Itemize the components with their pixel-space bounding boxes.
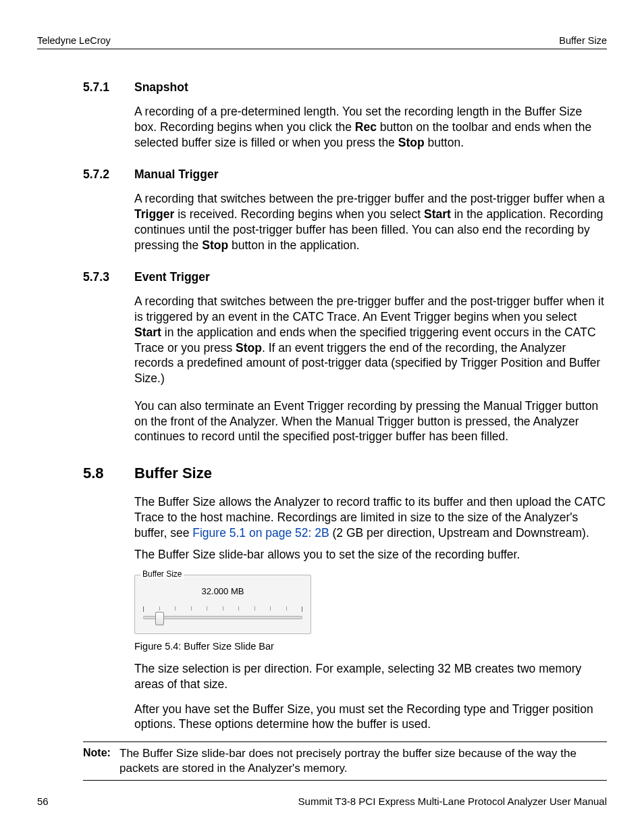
para-5-8-a: The Buffer Size allows the Analyzer to r… [134, 494, 607, 540]
document-title: Summit T3-8 PCI Express Multi-Lane Proto… [298, 796, 607, 807]
text: button. [425, 136, 464, 149]
heading-number: 5.7.2 [83, 167, 134, 182]
page-footer: 56 Summit T3-8 PCI Express Multi-Lane Pr… [37, 796, 607, 807]
page-number: 56 [37, 796, 49, 807]
para-5-7-3-a: A recording that switches between the pr… [134, 294, 607, 386]
heading-number: 5.7.3 [83, 270, 134, 284]
para-5-7-3-b: You can also terminate an Event Trigger … [134, 398, 607, 444]
para-5-8-b: The Buffer Size slide-bar allows you to … [134, 547, 607, 563]
para-5-8-d: After you have set the Buffer Size, you … [134, 702, 607, 733]
para-5-7-2: A recording that switches between the pr… [134, 191, 607, 253]
heading-title: Snapshot [134, 80, 188, 95]
bold-trigger: Trigger [134, 207, 174, 221]
heading-5-8: 5.8 Buffer Size [83, 465, 607, 482]
bold-stop: Stop [398, 136, 425, 149]
heading-5-7-1: 5.7.1 Snapshot [83, 80, 607, 95]
bold-stop: Stop [236, 341, 262, 355]
para-5-7-1: A recording of a pre-determined length. … [134, 104, 607, 150]
para-5-8-c: The size selection is per direction. For… [134, 661, 607, 692]
page-header: Teledyne LeCroy Buffer Size [37, 35, 607, 49]
bold-rec: Rec [355, 120, 377, 134]
text: A recording that switches between the pr… [134, 294, 604, 323]
bold-stop: Stop [202, 238, 228, 252]
header-right: Buffer Size [559, 35, 607, 46]
slider-thumb[interactable] [155, 612, 164, 625]
heading-5-7-3: 5.7.3 Event Trigger [83, 270, 607, 284]
heading-title: Event Trigger [134, 270, 210, 284]
figure-caption: Figure 5.4: Buffer Size Slide Bar [134, 641, 607, 652]
text: button in the application. [228, 238, 360, 252]
buffer-size-slider[interactable] [143, 606, 302, 624]
slider-rail [143, 616, 302, 619]
text: is received. Recording begins when you s… [174, 207, 424, 221]
page-content: 5.7.1 Snapshot A recording of a pre-dete… [37, 80, 607, 781]
text: (2 GB per direction, Upstream and Downst… [329, 526, 589, 540]
buffer-size-value: 32.000 MB [135, 586, 311, 596]
page: Teledyne LeCroy Buffer Size 5.7.1 Snapsh… [0, 0, 644, 834]
note-text: The Buffer Size slide-bar does not preci… [119, 746, 607, 776]
groupbox-legend: Buffer Size [140, 569, 184, 579]
heading-5-7-2: 5.7.2 Manual Trigger [83, 167, 607, 182]
note-label: Note: [83, 746, 119, 776]
cross-reference-link[interactable]: Figure 5.1 on page 52: 2B [192, 526, 329, 540]
heading-title: Manual Trigger [134, 167, 218, 182]
text: A recording that switches between the pr… [134, 192, 605, 205]
figure-5-4: Buffer Size 32.000 MB [134, 575, 607, 634]
slider-ticks [143, 606, 302, 612]
bold-start: Start [424, 207, 451, 221]
note-block: Note: The Buffer Size slide-bar does not… [83, 741, 607, 781]
heading-number: 5.7.1 [83, 80, 134, 95]
heading-title: Buffer Size [134, 465, 212, 482]
heading-number: 5.8 [83, 465, 134, 482]
header-left: Teledyne LeCroy [37, 35, 111, 46]
buffer-size-groupbox: Buffer Size 32.000 MB [134, 575, 311, 634]
bold-start: Start [134, 325, 161, 339]
